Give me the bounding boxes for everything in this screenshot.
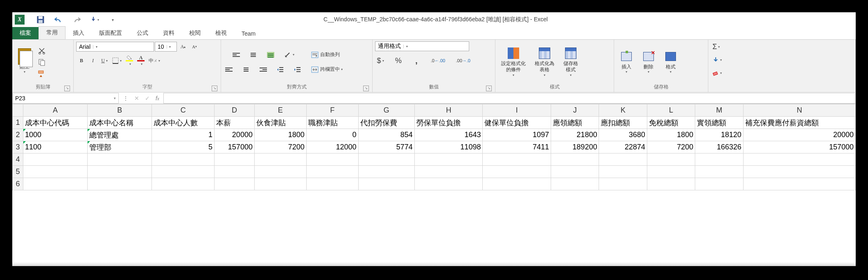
align-middle-button[interactable] (248, 50, 259, 60)
cell[interactable] (599, 178, 647, 190)
tab-file[interactable]: 檔案 (12, 27, 38, 39)
increase-decimal-button[interactable]: .0←.00 (429, 55, 447, 66)
cell[interactable] (695, 178, 743, 190)
align-right-button[interactable] (258, 64, 269, 75)
decrease-decimal-button[interactable]: .00→.0 (454, 55, 472, 66)
tab-home[interactable]: 常用 (38, 26, 66, 39)
cell[interactable]: 1100 (23, 141, 88, 154)
cell[interactable]: 7200 (254, 141, 306, 154)
col-header-M[interactable]: M (695, 104, 743, 117)
fill-button[interactable] (711, 54, 723, 65)
cell[interactable] (414, 154, 483, 166)
undo-button[interactable] (52, 14, 65, 25)
save-button[interactable] (34, 14, 47, 25)
row-header[interactable]: 6 (13, 178, 23, 190)
clipboard-launcher[interactable] (64, 86, 70, 91)
col-header-K[interactable]: K (599, 104, 647, 117)
col-header-G[interactable]: G (358, 104, 414, 117)
cell[interactable] (88, 178, 152, 190)
cell[interactable] (306, 166, 358, 178)
conditional-formatting-button[interactable]: 設定格式化 的條件 ▾ (498, 45, 529, 79)
row-header[interactable]: 2 (13, 129, 23, 141)
format-as-table-button[interactable]: 格式化為 表格 ▾ (531, 45, 558, 79)
cell[interactable] (88, 166, 152, 178)
fill-color-button[interactable] (124, 55, 135, 66)
col-header-B[interactable]: B (88, 104, 152, 117)
copy-button[interactable] (36, 57, 47, 68)
align-bottom-button[interactable] (265, 50, 276, 60)
cell[interactable] (152, 166, 215, 178)
clear-button[interactable] (711, 68, 723, 78)
cell[interactable] (306, 178, 358, 190)
cell[interactable]: 20000 (214, 129, 254, 141)
border-button[interactable] (111, 55, 123, 66)
cell[interactable]: 22874 (599, 141, 647, 154)
wrap-text-button[interactable]: 自動換列 (310, 50, 341, 60)
cell[interactable]: 0 (306, 129, 358, 141)
cell[interactable]: 20000 (743, 129, 855, 141)
cell[interactable] (743, 154, 855, 166)
increase-font-button[interactable]: A▴ (178, 41, 188, 52)
font-size-combo[interactable]: 10▾ (155, 42, 177, 52)
cell[interactable]: 854 (358, 129, 414, 141)
percent-format-button[interactable]: % (393, 55, 404, 66)
cell[interactable] (214, 178, 254, 190)
cell[interactable]: 實領總額 (695, 117, 743, 129)
number-launcher[interactable] (486, 86, 492, 91)
name-box[interactable]: P23 ▾ (12, 93, 119, 104)
cell[interactable]: 成本中心名稱 (88, 117, 152, 129)
cell[interactable] (152, 154, 215, 166)
cell[interactable]: 7200 (647, 141, 695, 154)
cell[interactable] (599, 166, 647, 178)
col-header-E[interactable]: E (254, 104, 306, 117)
increase-indent-button[interactable] (292, 64, 303, 75)
insert-cells-button[interactable]: 插入 ▾ (617, 48, 636, 76)
cell[interactable]: 5 (152, 141, 215, 154)
font-name-combo[interactable]: Arial▾ (76, 42, 154, 52)
cell[interactable]: 157000 (214, 141, 254, 154)
cell[interactable] (414, 166, 483, 178)
cell-styles-button[interactable]: 儲存格 樣式 ▾ (560, 45, 581, 79)
cell[interactable] (483, 178, 551, 190)
cell[interactable] (358, 178, 414, 190)
col-header-A[interactable]: A (23, 104, 88, 117)
cell[interactable] (214, 154, 254, 166)
cell[interactable] (743, 166, 855, 178)
tab-page-layout[interactable]: 版面配置 (92, 27, 129, 39)
cell[interactable] (599, 154, 647, 166)
decrease-font-button[interactable]: A▾ (189, 41, 200, 52)
cell[interactable]: 1800 (647, 129, 695, 141)
customize-qat-button[interactable]: ▾ (106, 14, 119, 25)
font-color-button[interactable]: A (136, 55, 146, 66)
cell[interactable]: 職務津貼 (306, 117, 358, 129)
tab-review[interactable]: 校閱 (182, 27, 208, 39)
cell[interactable]: 189200 (551, 141, 599, 154)
col-header-I[interactable]: I (483, 104, 551, 117)
touch-mode-button[interactable] (88, 14, 101, 25)
cell[interactable] (254, 166, 306, 178)
font-launcher[interactable] (212, 86, 217, 91)
underline-button[interactable]: U (99, 55, 110, 66)
tab-team[interactable]: Team (234, 28, 263, 39)
cell[interactable]: 5774 (358, 141, 414, 154)
cell[interactable] (551, 166, 599, 178)
cell[interactable] (358, 166, 414, 178)
fx-button[interactable]: fx (156, 95, 159, 102)
row-header[interactable]: 3 (13, 141, 23, 154)
cell[interactable] (254, 154, 306, 166)
alignment-launcher[interactable] (363, 86, 369, 91)
italic-button[interactable]: I (88, 55, 98, 66)
cell[interactable]: 應領總額 (551, 117, 599, 129)
row-header[interactable]: 5 (13, 166, 23, 178)
phonetic-button[interactable]: 中ㄨ (147, 55, 162, 66)
delete-cells-button[interactable]: 刪除 ▾ (639, 48, 658, 76)
cell[interactable] (647, 166, 695, 178)
autosum-button[interactable]: Σ (711, 41, 721, 52)
orientation-button[interactable] (283, 50, 296, 60)
cell[interactable]: 應扣總額 (599, 117, 647, 129)
cell[interactable]: 21800 (551, 129, 599, 141)
cell[interactable]: 管理部 (88, 141, 152, 154)
spreadsheet-grid[interactable]: ABCDEFGHIJKLMN1成本中心代碼成本中心名稱成本中心人數本薪伙食津貼職… (12, 104, 856, 190)
cell[interactable] (254, 178, 306, 190)
cell[interactable] (414, 178, 483, 190)
